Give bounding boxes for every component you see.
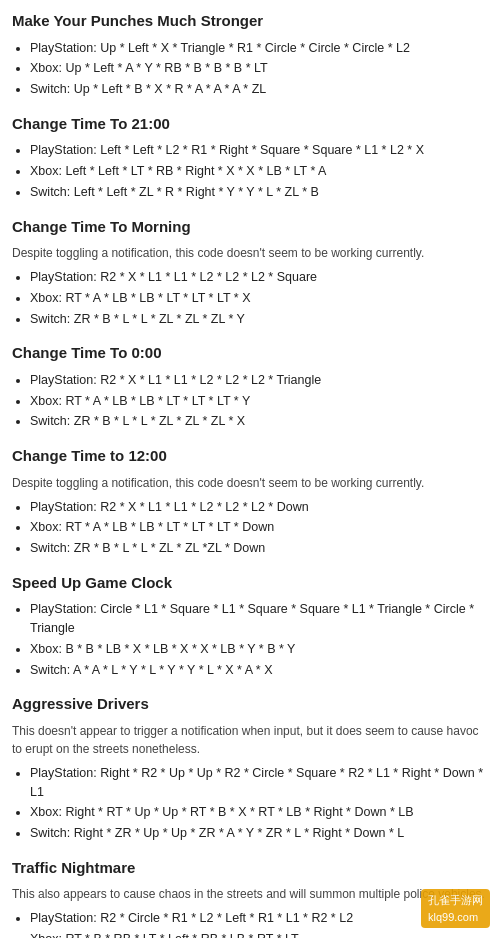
list-item: PlayStation: Left * Left * L2 * R1 * Rig… xyxy=(30,141,488,160)
section-title-change-time-12: Change Time to 12:00 xyxy=(12,445,488,468)
list-item: PlayStation: R2 * X * L1 * L1 * L2 * L2 … xyxy=(30,268,488,287)
section-list-change-time-21: PlayStation: Left * Left * L2 * R1 * Rig… xyxy=(30,141,488,201)
list-item: Switch: Up * Left * B * X * R * A * A * … xyxy=(30,80,488,99)
list-item: Switch: ZR * B * L * L * ZL * ZL * ZL * … xyxy=(30,412,488,431)
list-item: Xbox: RT * A * LB * LB * LT * LT * LT * … xyxy=(30,518,488,537)
section-title-speed-up-game-clock: Speed Up Game Clock xyxy=(12,572,488,595)
section-list-make-punches-stronger: PlayStation: Up * Left * X * Triangle * … xyxy=(30,39,488,99)
watermark-text: 孔雀手游网 xyxy=(428,894,483,906)
list-item: PlayStation: Right * R2 * Up * Up * R2 *… xyxy=(30,764,488,802)
list-item: Xbox: Up * Left * A * Y * RB * B * B * B… xyxy=(30,59,488,78)
section-title-change-time-0: Change Time To 0:00 xyxy=(12,342,488,365)
section-list-change-time-0: PlayStation: R2 * X * L1 * L1 * L2 * L2 … xyxy=(30,371,488,431)
page-content: Make Your Punches Much StrongerPlayStati… xyxy=(12,10,488,938)
list-item: Switch: Right * ZR * Up * Up * ZR * A * … xyxy=(30,824,488,843)
section-note-traffic-nightmare: This also appears to cause chaos in the … xyxy=(12,885,488,903)
list-item: PlayStation: Up * Left * X * Triangle * … xyxy=(30,39,488,58)
list-item: PlayStation: Circle * L1 * Square * L1 *… xyxy=(30,600,488,638)
section-title-change-time-morning: Change Time To Morning xyxy=(12,216,488,239)
section-list-change-time-morning: PlayStation: R2 * X * L1 * L1 * L2 * L2 … xyxy=(30,268,488,328)
list-item: Xbox: RT * B * RB * LT * Left * RB * LB … xyxy=(30,930,488,938)
list-item: PlayStation: R2 * X * L1 * L1 * L2 * L2 … xyxy=(30,371,488,390)
section-list-change-time-12: PlayStation: R2 * X * L1 * L1 * L2 * L2 … xyxy=(30,498,488,558)
section-note-aggressive-drivers: This doesn't appear to trigger a notific… xyxy=(12,722,488,758)
list-item: Xbox: Left * Left * LT * RB * Right * X … xyxy=(30,162,488,181)
list-item: Switch: ZR * B * L * L * ZL * ZL *ZL * D… xyxy=(30,539,488,558)
list-item: Xbox: RT * A * LB * LB * LT * LT * LT * … xyxy=(30,392,488,411)
list-item: Xbox: B * B * LB * X * LB * X * X * LB *… xyxy=(30,640,488,659)
list-item: Xbox: RT * A * LB * LB * LT * LT * LT * … xyxy=(30,289,488,308)
list-item: Switch: A * A * L * Y * L * Y * Y * L * … xyxy=(30,661,488,680)
section-note-change-time-12: Despite toggling a notification, this co… xyxy=(12,474,488,492)
watermark-url: klq99.com xyxy=(428,911,478,923)
list-item: Switch: Left * Left * ZL * R * Right * Y… xyxy=(30,183,488,202)
list-item: PlayStation: R2 * X * L1 * L1 * L2 * L2 … xyxy=(30,498,488,517)
list-item: PlayStation: R2 * Circle * R1 * L2 * Lef… xyxy=(30,909,488,928)
list-item: Xbox: Right * RT * Up * Up * RT * B * X … xyxy=(30,803,488,822)
section-title-traffic-nightmare: Traffic Nightmare xyxy=(12,857,488,880)
watermark: 孔雀手游网 klq99.com xyxy=(421,889,490,928)
section-title-make-punches-stronger: Make Your Punches Much Stronger xyxy=(12,10,488,33)
section-list-aggressive-drivers: PlayStation: Right * R2 * Up * Up * R2 *… xyxy=(30,764,488,843)
section-title-change-time-21: Change Time To 21:00 xyxy=(12,113,488,136)
section-list-traffic-nightmare: PlayStation: R2 * Circle * R1 * L2 * Lef… xyxy=(30,909,488,938)
section-title-aggressive-drivers: Aggressive Drivers xyxy=(12,693,488,716)
section-list-speed-up-game-clock: PlayStation: Circle * L1 * Square * L1 *… xyxy=(30,600,488,679)
list-item: Switch: ZR * B * L * L * ZL * ZL * ZL * … xyxy=(30,310,488,329)
section-note-change-time-morning: Despite toggling a notification, this co… xyxy=(12,244,488,262)
